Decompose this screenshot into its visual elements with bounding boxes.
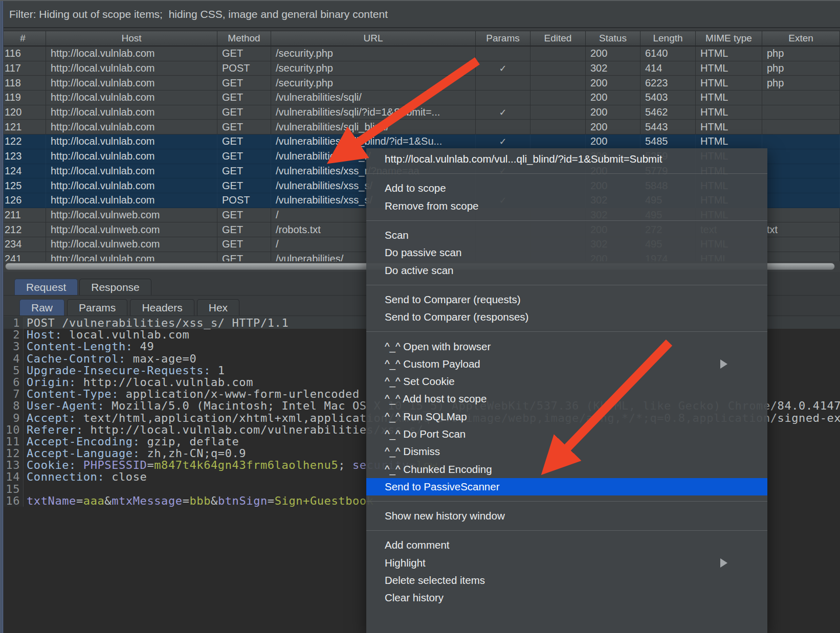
cell-length: 5485 bbox=[640, 134, 696, 149]
line-code: Upgrade-Insecure-Requests: 1 bbox=[24, 365, 225, 376]
menu-item-send-to-comparer-requests[interactable]: Send to Comparer (requests) bbox=[366, 291, 767, 308]
table-row[interactable]: 121http://local.vulnlab.comGET/vulnerabi… bbox=[0, 120, 840, 134]
cell-mime: HTML bbox=[696, 91, 762, 105]
menu-item-add-to-scope[interactable]: Add to scope bbox=[366, 179, 767, 197]
table-row[interactable]: 120http://local.vulnlab.comGET/vulnerabi… bbox=[0, 105, 840, 120]
menu-item-label: Clear history bbox=[385, 592, 444, 604]
cell-length: 5462 bbox=[640, 105, 696, 120]
sub-tab-params[interactable]: Params bbox=[67, 299, 127, 316]
menu-item-custom-payload[interactable]: ^_^ Custom Payload bbox=[366, 355, 767, 373]
menu-item-label: Send to Comparer (responses) bbox=[385, 311, 528, 323]
column-header-url[interactable]: URL bbox=[271, 31, 476, 47]
menu-item-add-host-to-scope[interactable]: ^_^ Add host to scope bbox=[366, 390, 767, 408]
menu-item-dismiss[interactable]: ^_^ Dismiss bbox=[366, 443, 767, 460]
menu-item-chunked-encoding[interactable]: ^_^ Chunked Encoding bbox=[366, 460, 767, 478]
cell-host: http://local.vulnlab.com bbox=[46, 149, 217, 164]
menu-item-send-to-passivescanner[interactable]: Send to PassiveScanner bbox=[366, 478, 767, 495]
menu-item-send-to-comparer-responses[interactable]: Send to Comparer (responses) bbox=[366, 308, 767, 326]
menu-item-show-new-history-window[interactable]: Show new history window bbox=[366, 507, 767, 525]
menu-item-label: Add to scope bbox=[385, 182, 446, 194]
menu-item-label: Delete selected items bbox=[385, 574, 485, 586]
cell-extension bbox=[762, 237, 840, 252]
line-code: Origin: http://local.vulnlab.com bbox=[24, 376, 253, 388]
menu-item-add-comment[interactable]: Add comment bbox=[366, 536, 767, 554]
menu-item-label: ^_^ Set Cookie bbox=[385, 375, 455, 388]
table-row[interactable]: 119http://local.vulnlab.comGET/vulnerabi… bbox=[0, 91, 840, 105]
menu-item-do-passive-scan[interactable]: Do passive scan bbox=[366, 244, 767, 261]
cell-method: GET bbox=[217, 76, 271, 91]
cell-extension bbox=[762, 178, 840, 193]
filter-bar[interactable]: Filter: Hiding out of scope items; hidin… bbox=[0, 1, 840, 28]
cell-host: http://local.vulnweb.com bbox=[46, 208, 217, 223]
cell-extension: php bbox=[762, 47, 840, 61]
menu-item-do-port-scan[interactable]: ^_^ Do Port Scan bbox=[366, 425, 767, 443]
column-header-mime-type[interactable]: MIME type bbox=[696, 31, 762, 47]
cell-number: 117 bbox=[0, 61, 46, 76]
cell-status: 200 bbox=[586, 76, 640, 91]
menu-item-label: ^_^ Chunked Encoding bbox=[385, 463, 492, 476]
menu-item-do-active-scan[interactable]: Do active scan bbox=[366, 261, 767, 279]
cell-method: GET bbox=[217, 222, 271, 237]
cell-extension bbox=[762, 91, 840, 105]
column-header-params[interactable]: Params bbox=[476, 31, 530, 47]
cell-method: GET bbox=[217, 149, 271, 164]
cell-edited bbox=[530, 120, 586, 134]
cell-status: 200 bbox=[586, 91, 640, 105]
sub-tab-hex[interactable]: Hex bbox=[197, 299, 239, 316]
cell-method: GET bbox=[217, 91, 271, 105]
menu-item-scan[interactable]: Scan bbox=[366, 227, 767, 244]
menu-item-label: Do active scan bbox=[385, 264, 453, 277]
cell-length: 5443 bbox=[640, 120, 696, 134]
menu-item-delete-selected-items[interactable]: Delete selected items bbox=[366, 572, 767, 589]
menu-item-clear-history[interactable]: Clear history bbox=[366, 589, 767, 606]
menu-item-label: Show new history window bbox=[385, 510, 505, 522]
menu-separator bbox=[366, 495, 767, 507]
cell-mime: HTML bbox=[696, 61, 762, 76]
tab-request[interactable]: Request bbox=[14, 279, 78, 296]
column-header-exten[interactable]: Exten bbox=[762, 31, 840, 47]
column-header-#[interactable]: # bbox=[0, 31, 46, 47]
sub-tab-raw[interactable]: Raw bbox=[19, 299, 64, 316]
line-code: txtName=aaa&mtxMessage=bbb&btnSign=Sign+… bbox=[24, 495, 374, 507]
menu-item-label: Add comment bbox=[385, 539, 449, 551]
cell-mime: HTML bbox=[696, 120, 762, 134]
table-row[interactable]: 118http://local.vulnlab.comGET/security.… bbox=[0, 76, 840, 91]
line-code: Accept-Language: zh,zh-CN;q=0.9 bbox=[24, 447, 246, 459]
column-header-method[interactable]: Method bbox=[217, 31, 271, 47]
table-row[interactable]: 122http://local.vulnlab.comGET/vulnerabi… bbox=[0, 134, 840, 149]
cell-number: 116 bbox=[0, 47, 46, 61]
cell-host: http://local.vulnweb.com bbox=[46, 222, 217, 237]
filter-bar-text: Filter: Hiding out of scope items; hidin… bbox=[9, 8, 388, 20]
column-header-status[interactable]: Status bbox=[586, 31, 640, 47]
menu-item-label: Send to PassiveScanner bbox=[385, 481, 500, 493]
cell-params: ✓ bbox=[476, 61, 530, 76]
cell-number: 211 bbox=[0, 208, 46, 223]
menu-item-label: ^_^ Run SQLMap bbox=[385, 411, 467, 423]
menu-item-set-cookie[interactable]: ^_^ Set Cookie bbox=[366, 373, 767, 390]
cell-host: http://local.vulnlab.com bbox=[46, 61, 217, 76]
table-row[interactable]: 117http://local.vulnlab.comPOST/security… bbox=[0, 61, 840, 76]
menu-item-label: ^_^ Dismiss bbox=[385, 445, 440, 458]
cell-method: POST bbox=[217, 61, 271, 76]
column-header-edited[interactable]: Edited bbox=[530, 31, 586, 47]
sub-tab-headers[interactable]: Headers bbox=[130, 299, 194, 316]
cell-extension bbox=[762, 105, 840, 120]
menu-item-label: Send to Comparer (requests) bbox=[385, 293, 520, 306]
table-header-row: #HostMethodURLParamsEditedStatusLengthMI… bbox=[0, 31, 840, 47]
cell-extension bbox=[762, 252, 840, 261]
menu-item-run-sqlmap[interactable]: ^_^ Run SQLMap bbox=[366, 408, 767, 425]
cell-mime: HTML bbox=[696, 47, 762, 61]
cell-length: 6223 bbox=[640, 76, 696, 91]
menu-item-label: Highlight bbox=[385, 557, 426, 569]
table-row[interactable]: 116http://local.vulnlab.comGET/security.… bbox=[0, 47, 840, 61]
menu-item-highlight[interactable]: Highlight bbox=[366, 554, 767, 572]
column-header-host[interactable]: Host bbox=[46, 31, 217, 47]
cell-url: /security.php bbox=[271, 76, 476, 91]
tab-response[interactable]: Response bbox=[79, 279, 151, 296]
menu-item-open-with-browser[interactable]: ^_^ Open with browser bbox=[366, 337, 767, 355]
cell-host: http://local.vulnlab.com bbox=[46, 193, 217, 208]
menu-item-remove-from-scope[interactable]: Remove from scope bbox=[366, 197, 767, 215]
cell-number: 120 bbox=[0, 105, 46, 120]
cell-method: GET bbox=[217, 47, 271, 61]
column-header-length[interactable]: Length bbox=[640, 31, 696, 47]
